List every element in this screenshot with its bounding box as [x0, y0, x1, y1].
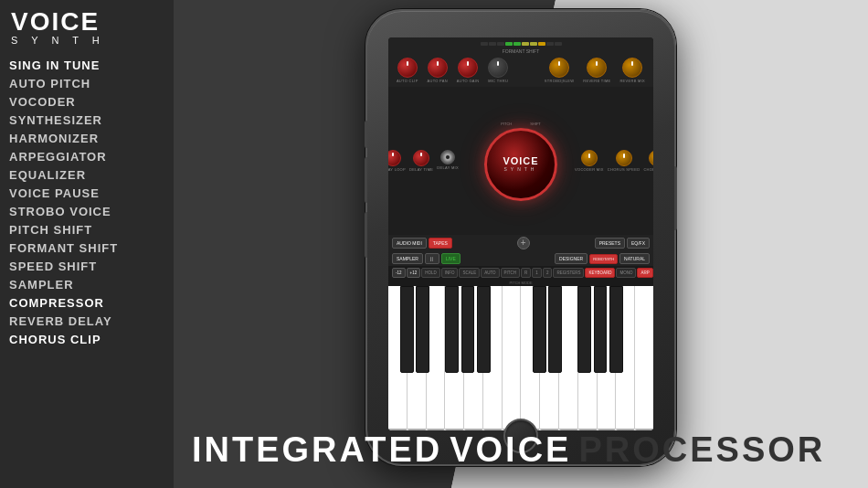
volume-mute-button[interactable]	[365, 121, 367, 148]
phone-body: FORMANT SHIFT AUTO CLIP AUTO PAN	[365, 9, 676, 466]
top-controls: FORMANT SHIFT AUTO CLIP AUTO PAN	[388, 37, 653, 87]
vocoder-mix-group: VOCODER MIX	[575, 150, 604, 172]
bottom-text: INTEGRATED VOICE PROCESSOR	[192, 430, 850, 470]
feature-item: FORMANT SHIFT	[9, 239, 118, 257]
feature-item: EQUALIZER	[9, 166, 118, 184]
auto-pan-knob[interactable]	[428, 58, 448, 78]
pause-button[interactable]: ⏸	[425, 253, 439, 264]
feature-item: VOICE PAUSE	[9, 185, 118, 202]
feature-item: PITCH SHIFT	[9, 221, 118, 239]
white-key-c2[interactable]	[521, 286, 540, 430]
auto-button[interactable]: AUTO	[481, 268, 499, 278]
white-key-f2[interactable]	[578, 286, 598, 430]
meter-seg-1	[481, 42, 488, 46]
pitch-mode-label: PITCH MODE	[388, 280, 653, 286]
white-key-e2[interactable]	[559, 286, 578, 430]
big-dial-container: PITCH SHIFT VOICE SYNTH	[484, 122, 557, 201]
auto-clip-knob[interactable]	[397, 58, 418, 78]
feature-item: COMPRESSOR	[9, 294, 118, 312]
main-dial[interactable]: VOICE SYNTH	[484, 128, 557, 201]
audio-midi-button[interactable]: AUDIO MIDI	[392, 238, 427, 249]
delay-loop-knob[interactable]	[388, 150, 401, 166]
piano-area	[388, 286, 653, 430]
white-key-b[interactable]	[503, 286, 522, 430]
power-button[interactable]	[674, 166, 677, 230]
middle-left: DELAY LOOP DELAY TIME DELAY MIX	[392, 150, 447, 172]
vocoder-knob-row: VOCODER MIX CHORUS SPEED CHORUS MIX	[595, 150, 650, 172]
white-key-a[interactable]	[483, 286, 503, 430]
white-key-g2[interactable]	[598, 286, 617, 430]
feature-item: SING IN TUNE	[9, 57, 118, 74]
meter-seg-3	[497, 42, 504, 46]
delay-mix-group: DELAY MIX	[437, 150, 459, 172]
keyboard-button[interactable]: KEYBOARD	[585, 268, 615, 278]
mic-thru-knob[interactable]	[488, 58, 508, 78]
sampler-button[interactable]: SAMPLER	[392, 253, 423, 264]
chorus-mix-label: CHORUS MIX	[643, 167, 653, 172]
delay-knob-row: DELAY LOOP DELAY TIME DELAY MIX	[392, 150, 447, 172]
white-key-f[interactable]	[445, 286, 464, 430]
logo-voice: VOICE	[11, 9, 105, 35]
white-key-c[interactable]	[388, 286, 408, 430]
reverb-mix-knob[interactable]	[622, 58, 642, 78]
dial-inner: VOICE SYNTH	[503, 156, 538, 172]
white-key-d2[interactable]	[540, 286, 559, 430]
auto-gain-group: AUTO GAIN	[457, 58, 480, 83]
presets-button[interactable]: PRESETS	[595, 238, 625, 249]
auto-pan-label: AUTO PAN	[427, 79, 447, 83]
white-key-g[interactable]	[464, 286, 483, 430]
volume-down-button[interactable]	[365, 212, 367, 258]
1-button[interactable]: 1	[532, 268, 542, 278]
chorus-mix-knob[interactable]	[649, 150, 653, 166]
delay-loop-label: DELAY LOOP	[388, 167, 406, 172]
info-button[interactable]: INFO	[441, 268, 459, 278]
scale-button[interactable]: SCALE	[459, 268, 480, 278]
natural-button[interactable]: NATURAL	[619, 253, 650, 264]
delay-time-knob[interactable]	[413, 150, 429, 166]
volume-up-button[interactable]	[365, 157, 367, 203]
feature-item: STROBO VOICE	[9, 203, 118, 220]
feature-item: ARPEGGIATOR	[9, 148, 118, 165]
tapes-button[interactable]: TAPES	[429, 238, 452, 249]
vocoder-mix-label: VOCODER MIX	[575, 167, 604, 172]
chorus-mix-group: CHORUS MIX	[643, 150, 653, 172]
live-button[interactable]: LIVE	[441, 253, 460, 264]
meter-seg-7	[530, 42, 537, 46]
white-key-e[interactable]	[427, 286, 446, 430]
hold-button[interactable]: HOLD	[421, 268, 440, 278]
strobo-group: STROBO|SLEW	[545, 58, 575, 83]
arp-button[interactable]: ARP	[637, 268, 652, 278]
feature-item: REVERB DELAY	[9, 313, 118, 330]
white-key-a2[interactable]	[616, 286, 635, 430]
robot-button[interactable]: ROBOT/8TH	[589, 254, 618, 264]
add-button[interactable]: +	[517, 237, 530, 249]
reverb-time-knob[interactable]	[587, 58, 607, 78]
feature-item: SPEED SHIFT	[9, 258, 118, 275]
phone-wrapper: FORMANT SHIFT AUTO CLIP AUTO PAN	[365, 9, 676, 466]
designer-button[interactable]: DESIGNER	[555, 253, 587, 264]
strobo-knob[interactable]	[549, 58, 569, 78]
right-panel: FORMANT SHIFT AUTO CLIP AUTO PAN	[174, 0, 868, 488]
pitch-button[interactable]: PITCH	[501, 268, 521, 278]
processor-word: PROCESSOR	[578, 430, 825, 470]
middle-right: VOCODER MIX CHORUS SPEED CHORUS MIX	[595, 150, 650, 172]
app-ui: FORMANT SHIFT AUTO CLIP AUTO PAN	[388, 37, 653, 430]
mono-button[interactable]: MONO	[616, 268, 636, 278]
auto-gain-knob[interactable]	[458, 58, 478, 78]
white-key-d[interactable]	[408, 286, 427, 430]
left-panel: VOICE S Y N T H SING IN TUNEAUTO PITCHVO…	[0, 0, 174, 488]
cd-icon	[440, 150, 455, 164]
vocoder-mix-knob[interactable]	[581, 150, 598, 166]
2-button[interactable]: 2	[543, 268, 553, 278]
chorus-speed-knob[interactable]	[616, 150, 632, 166]
plus12-button[interactable]: +12	[407, 268, 421, 278]
meter-seg-4	[505, 42, 513, 46]
auto-gain-label: AUTO GAIN	[457, 79, 480, 83]
dial-voice: VOICE	[503, 156, 538, 166]
logo-synth: S Y N T H	[11, 35, 105, 46]
eqfx-button[interactable]: EQ/FX	[627, 238, 650, 249]
r-button[interactable]: R	[521, 268, 531, 278]
registers-button[interactable]: REGISTERS	[553, 268, 584, 278]
white-key-b2[interactable]	[635, 286, 653, 430]
minus12-button[interactable]: -12	[392, 268, 406, 278]
